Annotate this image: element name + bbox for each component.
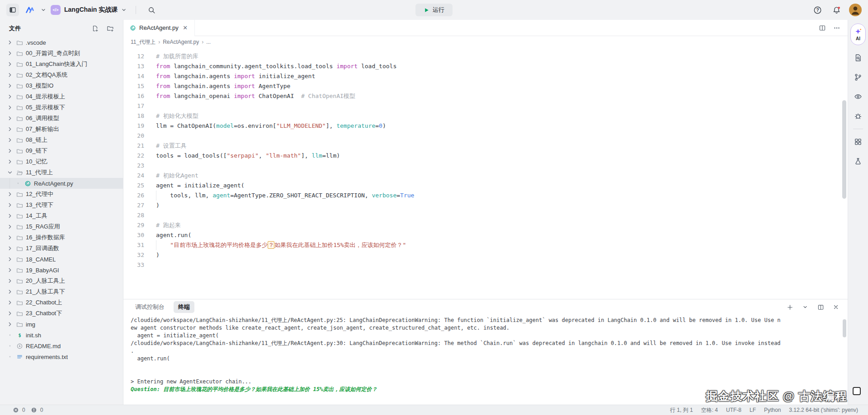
breadcrumb-item[interactable]: ReActAgent.py [163,39,199,45]
line-number[interactable]: 14 [123,71,144,81]
panel-chevron-down-button[interactable] [799,301,811,313]
tree-item-02_文档QA系统[interactable]: 02_文档QA系统 [0,70,123,80]
tree-item-requirements.txt[interactable]: requirements.txt [0,351,123,362]
tree-item-10_记忆[interactable]: 10_记忆 [0,156,123,167]
tree-item-06_调用模型[interactable]: 06_调用模型 [0,113,123,124]
line-number[interactable]: 19 [123,121,144,131]
line-number[interactable]: 28 [123,210,144,220]
line-number[interactable]: 16 [123,91,144,101]
tree-item-23_Chatbot下[interactable]: 23_Chatbot下 [0,308,123,319]
tree-item-17_回调函数[interactable]: 17_回调函数 [0,243,123,254]
breadcrumb-item[interactable]: ... [206,39,211,45]
sidebar-toggle-button[interactable] [6,4,19,16]
ai-assistant-button[interactable]: AI [850,23,866,45]
tree-item-20_人脉工具上[interactable]: 20_人脉工具上 [0,275,123,286]
line-number[interactable]: 32 [123,250,144,260]
statusbar-item[interactable]: 空格: 4 [701,406,718,414]
tree-item-00_开篇词_奇点时刻[interactable]: 00_开篇词_奇点时刻 [0,48,123,59]
statusbar-item[interactable]: UTF-8 [726,407,741,413]
chevron-right-icon [7,310,13,317]
line-number[interactable]: 12 [123,51,144,61]
marscode-menu-button[interactable] [24,4,36,16]
terminal-output[interactable]: /cloudide/workspace/LangChain-shizhanke/… [123,315,848,405]
folder-icon [16,39,23,46]
tree-item-18_CAMEL[interactable]: 18_CAMEL [0,254,123,265]
tree-item-04_提示模板上[interactable]: 04_提示模板上 [0,91,123,102]
line-number[interactable]: 30 [123,230,144,240]
tree-item-init.sh[interactable]: $init.sh [0,330,123,340]
statusbar-item[interactable]: Python [764,407,781,413]
tab-close-icon[interactable]: ✕ [182,24,189,32]
panel-split-panel-button[interactable] [814,301,827,313]
tree-item-img[interactable]: img [0,319,123,330]
folder-icon [16,126,23,133]
tree-item-21_人脉工具下[interactable]: 21_人脉工具下 [0,286,123,297]
statusbar-item[interactable]: LF [750,407,756,413]
line-number[interactable]: 27 [123,201,144,210]
line-number[interactable]: 31 [123,240,144,250]
line-number[interactable]: 24 [123,171,144,181]
tree-item-19_BabyAGI[interactable]: 19_BabyAGI [0,265,123,275]
rail-flask-button[interactable] [851,154,865,168]
line-number[interactable]: 15 [123,81,144,91]
panel-plus-button[interactable] [783,301,796,313]
editor-scrollbar[interactable] [842,100,846,199]
run-button[interactable]: 运行 [415,4,453,16]
tree-item-14_工具[interactable]: 14_工具 [0,210,123,221]
breadcrumb-item[interactable]: 11_代理上 [131,38,156,46]
terminal-scrollbar[interactable] [843,319,846,337]
tree-item-05_提示模板下[interactable]: 05_提示模板下 [0,102,123,113]
code-line-22: 22tools = load_tools(["serpapi", "llm-ma… [123,151,848,161]
chevron-down-icon[interactable] [41,7,46,13]
help-button[interactable]: ? [811,4,824,16]
rail-file-search-button[interactable] [851,51,865,65]
rail-grid-button[interactable] [851,135,865,149]
rail-bug-button[interactable] [851,109,865,123]
tree-item-ReActAgent.py[interactable]: ReActAgent.py [0,178,123,189]
tree-item-12_代理中[interactable]: 12_代理中 [0,189,123,200]
line-number[interactable]: 23 [123,161,144,171]
editor-tab-reactagent[interactable]: ReActAgent.py ✕ [123,20,195,36]
tree-item-01_LangChain快速入门[interactable]: 01_LangChain快速入门 [0,59,123,70]
tree-item-09_链下[interactable]: 09_链下 [0,145,123,156]
line-number[interactable]: 21 [123,141,144,151]
rail-git-branch-button[interactable] [851,70,865,84]
line-number[interactable]: 20 [123,131,144,141]
line-number[interactable]: 18 [123,111,144,121]
panel-tab-调试控制台[interactable]: 调试控制台 [131,301,169,313]
statusbar-item[interactable]: 行 1, 列 1 [670,406,693,414]
panel-close-button[interactable] [830,301,842,313]
more-button[interactable] [830,22,843,34]
tree-item-README.md[interactable]: README.md [0,340,123,351]
project-switcher[interactable]: </> LangChain 实战课 [51,5,127,15]
line-number[interactable]: 25 [123,181,144,191]
panel-tab-终端[interactable]: 终端 [174,301,194,313]
line-number[interactable]: 22 [123,151,144,161]
tree-item-15_RAG应用[interactable]: 15_RAG应用 [0,221,123,232]
line-number[interactable]: 26 [123,191,144,201]
tree-item-03_模型IO[interactable]: 03_模型IO [0,80,123,91]
line-number[interactable]: 17 [123,101,144,111]
tree-item-.vscode[interactable]: .vscode [0,37,123,48]
tree-item-13_代理下[interactable]: 13_代理下 [0,200,123,210]
avatar[interactable] [849,4,862,16]
rail-eye-button[interactable] [851,90,865,103]
statusbar-item[interactable]: 3.12.2 64-bit ('shims': pyenv) [789,407,858,413]
code-editor[interactable]: 12# 加载所需的库13from langchain_community.age… [123,48,848,299]
notifications-button[interactable] [830,4,843,16]
tree-item-16_操作数据库[interactable]: 16_操作数据库 [0,232,123,243]
line-number[interactable]: 29 [123,220,144,230]
line-number[interactable]: 33 [123,260,144,270]
search-icon [148,6,156,14]
problems-indicator[interactable]: 0 0 [13,407,47,413]
tree-item-07_解析输出[interactable]: 07_解析输出 [0,124,123,135]
breadcrumb-separator: › [202,39,203,45]
search-button[interactable] [145,4,158,16]
tree-item-11_代理上[interactable]: 11_代理上 [0,167,123,178]
split-editor-button[interactable] [816,22,829,34]
line-number[interactable]: 13 [123,61,144,71]
new-folder-button[interactable] [104,22,117,35]
tree-item-22_Chatbot上[interactable]: 22_Chatbot上 [0,297,123,308]
new-file-button[interactable] [89,22,101,35]
tree-item-08_链上[interactable]: 08_链上 [0,135,123,145]
